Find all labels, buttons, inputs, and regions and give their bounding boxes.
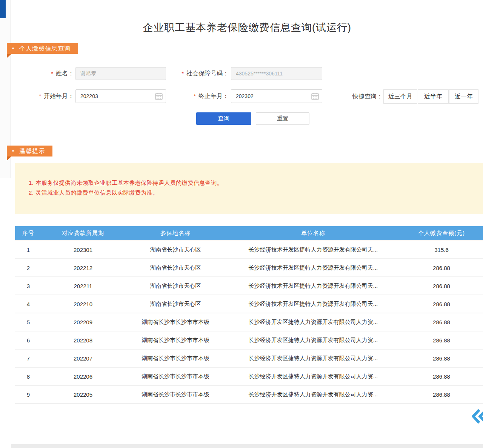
table-body: 1 202301 湖南省长沙市天心区 长沙经济技术开发区捷特人力资源开发有限公司… bbox=[15, 241, 483, 404]
cell-insured-area: 湖南省长沙市长沙市市本级 bbox=[125, 367, 226, 385]
cell-seq: 6 bbox=[15, 331, 42, 349]
cell-amount: 286.88 bbox=[400, 349, 483, 367]
start-month-label: *开始年月： bbox=[30, 90, 74, 103]
cell-period: 202207 bbox=[42, 349, 125, 367]
table-row: 3 202211 湖南省长沙市天心区 长沙经济技术开发区捷特人力资源开发有限公司… bbox=[15, 277, 483, 295]
table-row: 2 202212 湖南省长沙市天心区 长沙经济技术开发区捷特人力资源开发有限公司… bbox=[15, 259, 483, 277]
bullet-icon: • bbox=[12, 145, 14, 156]
cell-period: 202205 bbox=[42, 385, 125, 404]
tip-line: 1. 本服务仅提供尚未领取企业职工基本养老保险待遇人员的缴费信息查询。 bbox=[29, 178, 472, 188]
payments-table: 序号 对应费款所属期 参保地名称 单位名称 个人缴费金额(元) 1 202301… bbox=[15, 226, 483, 404]
cell-seq: 7 bbox=[15, 349, 42, 367]
cell-unit-name: 长沙经济开发区捷特人力资源开发有限公司人力资... bbox=[226, 313, 400, 331]
quick-last-3-months-button[interactable]: 近三个月 bbox=[383, 89, 417, 104]
cell-period: 202206 bbox=[42, 367, 125, 385]
header-insured-area: 参保地名称 bbox=[125, 226, 226, 241]
cell-unit-name: 长沙经济开发区捷特人力资源开发有限公司人力资... bbox=[226, 385, 400, 404]
cell-insured-area: 湖南省长沙市天心区 bbox=[125, 241, 226, 259]
cell-unit-name: 长沙经济开发区捷特人力资源开发有限公司人力资... bbox=[226, 349, 400, 367]
cell-seq: 5 bbox=[15, 313, 42, 331]
section-badge-tips: •温馨提示 bbox=[7, 146, 52, 156]
cell-insured-area: 湖南省长沙市长沙市市本级 bbox=[125, 331, 226, 349]
cell-insured-area: 湖南省长沙市天心区 bbox=[125, 277, 226, 295]
section-badge-tips-label: 温馨提示 bbox=[19, 148, 45, 154]
table-row: 6 202208 湖南省长沙市长沙市市本级 长沙经济开发区捷特人力资源开发有限公… bbox=[15, 331, 483, 349]
cell-unit-name: 长沙经济开发区捷特人力资源开发有限公司人力资... bbox=[226, 331, 400, 349]
cell-amount: 286.88 bbox=[400, 331, 483, 349]
end-month-label: *终止年月： bbox=[166, 90, 229, 103]
cell-amount: 286.88 bbox=[400, 295, 483, 313]
name-label-text: 姓名： bbox=[56, 70, 74, 77]
section-badge-query: •个人缴费信息查询 bbox=[7, 43, 78, 54]
header-unit-name: 单位名称 bbox=[226, 226, 400, 241]
start-month-input[interactable] bbox=[75, 89, 166, 103]
cell-seq: 4 bbox=[15, 295, 42, 313]
section-badge-query-label: 个人缴费信息查询 bbox=[19, 45, 71, 52]
cell-insured-area: 湖南省长沙市长沙市市本级 bbox=[125, 349, 226, 367]
table-row: 4 202210 湖南省长沙市天心区 长沙经济技术开发区捷特人力资源开发有限公司… bbox=[15, 295, 483, 313]
double-chevron-left-icon[interactable] bbox=[472, 408, 483, 425]
cell-unit-name: 长沙经济技术开发区捷特人力资源开发有限公司天... bbox=[226, 295, 400, 313]
start-month-label-text: 开始年月： bbox=[44, 93, 74, 99]
quick-last-year-button[interactable]: 近一年 bbox=[449, 89, 478, 104]
cell-period: 202301 bbox=[42, 241, 125, 259]
cell-seq: 2 bbox=[15, 259, 42, 277]
page: 企业职工基本养老保险缴费信息查询(试运行) •个人缴费信息查询 *姓名： *社会… bbox=[0, 0, 483, 448]
header-amount: 个人缴费金额(元) bbox=[400, 226, 483, 241]
ssn-input bbox=[231, 67, 322, 80]
table-row: 7 202207 湖南省长沙市长沙市市本级 长沙经济开发区捷特人力资源开发有限公… bbox=[15, 349, 483, 367]
end-month-input[interactable] bbox=[231, 89, 322, 103]
required-mark: * bbox=[182, 70, 184, 77]
required-mark: * bbox=[51, 70, 53, 77]
ssn-label-text: 社会保障号码： bbox=[186, 70, 229, 77]
cell-period: 202209 bbox=[42, 313, 125, 331]
cell-amount: 286.88 bbox=[400, 259, 483, 277]
cell-seq: 1 bbox=[15, 241, 42, 259]
cell-period: 202211 bbox=[42, 277, 125, 295]
cell-seq: 9 bbox=[15, 385, 42, 404]
table-row: 9 202205 湖南省长沙市长沙市市本级 长沙经济开发区捷特人力资源开发有限公… bbox=[15, 385, 483, 404]
ssn-label: *社会保障号码： bbox=[166, 67, 229, 80]
cell-unit-name: 长沙经济技术开发区捷特人力资源开发有限公司天... bbox=[226, 241, 400, 259]
tip-line: 2. 灵活就业人员的缴费单位信息以实际缴费为准。 bbox=[29, 188, 472, 198]
cell-insured-area: 湖南省长沙市天心区 bbox=[125, 259, 226, 277]
calendar-icon[interactable] bbox=[155, 92, 163, 102]
cell-seq: 8 bbox=[15, 367, 42, 385]
required-mark: * bbox=[194, 93, 196, 99]
quick-last-half-year-button[interactable]: 近半年 bbox=[418, 89, 449, 104]
cell-amount: 315.6 bbox=[400, 241, 483, 259]
cell-insured-area: 湖南省长沙市长沙市市本级 bbox=[125, 385, 226, 404]
end-month-label-text: 终止年月： bbox=[198, 93, 229, 99]
cell-period: 202208 bbox=[42, 331, 125, 349]
cell-amount: 286.88 bbox=[400, 277, 483, 295]
cell-period: 202212 bbox=[42, 259, 125, 277]
required-mark: * bbox=[39, 93, 41, 99]
tips-notice: 1. 本服务仅提供尚未领取企业职工基本养老保险待遇人员的缴费信息查询。 2. 灵… bbox=[15, 163, 483, 214]
table-row: 8 202206 湖南省长沙市长沙市市本级 长沙经济开发区捷特人力资源开发有限公… bbox=[15, 367, 483, 385]
table-row: 1 202301 湖南省长沙市天心区 长沙经济技术开发区捷特人力资源开发有限公司… bbox=[15, 241, 483, 259]
cell-amount: 286.88 bbox=[400, 367, 483, 385]
reset-button[interactable]: 重置 bbox=[256, 112, 309, 125]
header-period: 对应费款所属期 bbox=[42, 226, 125, 241]
footer-strip bbox=[11, 444, 483, 448]
cell-amount: 286.88 bbox=[400, 313, 483, 331]
calendar-icon[interactable] bbox=[311, 92, 319, 102]
header-seq: 序号 bbox=[15, 226, 42, 241]
page-title: 企业职工基本养老保险缴费信息查询(试运行) bbox=[11, 21, 483, 34]
end-month-field bbox=[231, 89, 322, 103]
cell-unit-name: 长沙经济开发区捷特人力资源开发有限公司人力资... bbox=[226, 367, 400, 385]
name-label: *姓名： bbox=[30, 67, 74, 80]
cell-unit-name: 长沙经济技术开发区捷特人力资源开发有限公司天... bbox=[226, 259, 400, 277]
cell-insured-area: 湖南省长沙市天心区 bbox=[125, 295, 226, 313]
collapsed-nav-block bbox=[0, 0, 6, 18]
name-input bbox=[75, 67, 166, 80]
table-header: 序号 对应费款所属期 参保地名称 单位名称 个人缴费金额(元) bbox=[15, 226, 483, 241]
bullet-icon: • bbox=[12, 43, 14, 54]
cell-seq: 3 bbox=[15, 277, 42, 295]
quick-query-label: 快捷查询： bbox=[349, 89, 383, 103]
cell-amount: 286.88 bbox=[400, 385, 483, 404]
cell-period: 202210 bbox=[42, 295, 125, 313]
query-button[interactable]: 查询 bbox=[196, 112, 251, 125]
cell-insured-area: 湖南省长沙市长沙市市本级 bbox=[125, 313, 226, 331]
cell-unit-name: 长沙经济技术开发区捷特人力资源开发有限公司天... bbox=[226, 277, 400, 295]
